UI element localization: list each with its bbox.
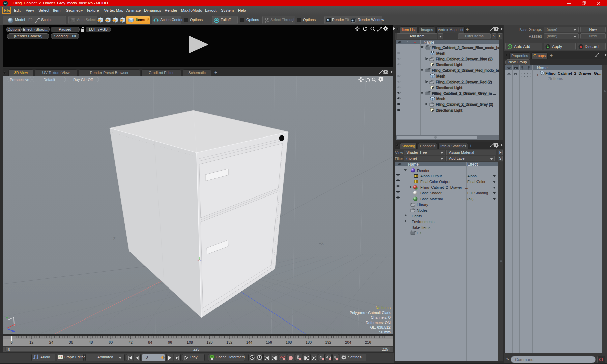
svg-text:Mesh: Mesh [436,74,445,78]
svg-text:Channels: 0: Channels: 0 [371,315,391,320]
svg-text:Filing_Cabinet_2_Drawer_Grey_m: Filing_Cabinet_2_Drawer_Grey_m ... [432,91,496,95]
svg-text:Lights: Lights [412,214,422,218]
svg-text:GL: 638,512: GL: 638,512 [370,325,391,329]
svg-text:108: 108 [187,340,193,344]
svg-text:192: 192 [325,340,331,344]
svg-text:Directional Light: Directional Light [436,86,462,90]
svg-text:Filing_Cabinet_2_Drawer_Red (2: Filing_Cabinet_2_Drawer_Red (2) [436,80,492,84]
svg-text:Final Color: Final Color [467,180,486,184]
svg-text:Filing_Cabinet_2_Drawer_Blue_m: Filing_Cabinet_2_Drawer_Blue_modo_ba ... [432,46,499,50]
svg-text:Mesh: Mesh [436,97,445,101]
svg-text:120: 120 [206,340,212,344]
svg-text:84: 84 [148,340,152,344]
svg-text:Library: Library [417,203,428,207]
svg-text:180: 180 [306,340,312,344]
svg-text:216: 216 [365,340,371,344]
svg-text:0: 0 [10,340,12,344]
svg-text:48: 48 [89,340,93,344]
svg-text:Polygons : Catmull-Clark: Polygons : Catmull-Clark [350,311,391,315]
svg-text:156: 156 [266,340,272,344]
svg-text:Final Color Output: Final Color Output [420,180,450,184]
svg-text:36: 36 [69,340,73,344]
svg-text:Alpha Output: Alpha Output [420,174,442,178]
svg-text:Directional Light: Directional Light [436,63,462,67]
svg-text:132: 132 [226,340,232,344]
svg-text:Nodes: Nodes [417,208,428,212]
svg-text:Full Shading: Full Shading [467,191,488,195]
svg-text:144: 144 [246,340,252,344]
svg-text:(all): (all) [467,197,473,201]
svg-text:Base Shader: Base Shader [420,191,442,195]
svg-text:Render: Render [417,169,429,173]
svg-text:Filing_Cabinet_2_Drawer_ ...: Filing_Cabinet_2_Drawer_ ... [420,185,468,189]
svg-text:204: 204 [345,340,351,344]
svg-text:+X: +X [319,241,324,245]
svg-text:Directional Light: Directional Light [436,108,462,112]
svg-text:60: 60 [109,340,113,344]
svg-text:Mesh: Mesh [436,51,445,55]
svg-text:Filing_Cabinet_2_Drawer_Grey (: Filing_Cabinet_2_Drawer_Grey (2) [436,102,493,107]
svg-text:24: 24 [49,340,53,344]
svg-text:Default: Default [44,78,55,82]
svg-text:Filing_Cabinet_2_Drawer_Blue (: Filing_Cabinet_2_Drawer_Blue (2) [436,57,493,61]
svg-text:12: 12 [29,340,33,344]
svg-text:50 mm: 50 mm [379,330,391,334]
svg-text:Deformers: ON: Deformers: ON [366,321,391,325]
svg-text:Base Material: Base Material [420,197,443,201]
svg-text:72: 72 [128,340,133,344]
svg-text:Perspective: Perspective [10,78,29,82]
svg-text:Ray GL: Off: Ray GL: Off [73,78,93,82]
svg-text:-Z: -Z [112,237,116,241]
svg-text:No Items: No Items [376,306,391,310]
svg-text:Filing_Cabinet_2_Drawer_Red_mo: Filing_Cabinet_2_Drawer_Red_modo_ba ... [432,68,499,72]
svg-text:168: 168 [286,340,292,344]
svg-text:96: 96 [168,340,172,344]
svg-text:Bake Items: Bake Items [412,225,431,230]
svg-text:Environments: Environments [412,220,435,224]
svg-text:FX: FX [417,231,422,235]
svg-text:Alpha: Alpha [467,174,477,178]
